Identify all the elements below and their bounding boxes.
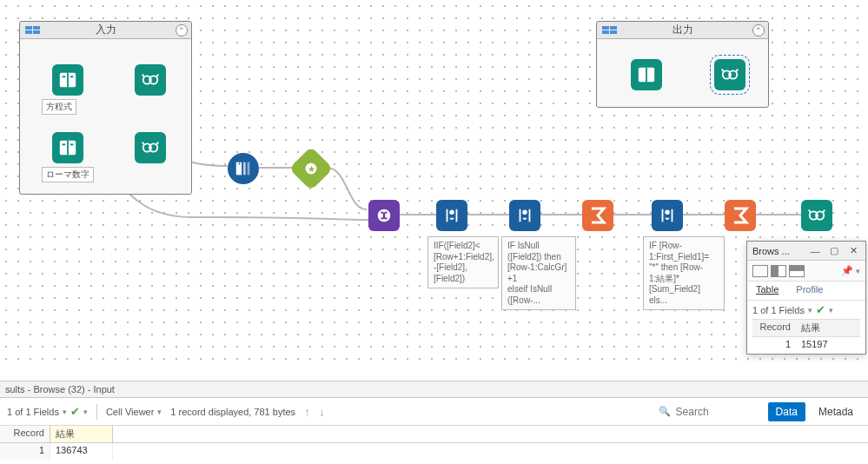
formula-annotation-2: IF IsNull ([Field2]) then [Row-1:CalcGr]… [501, 236, 576, 310]
dynamic-rename-tool[interactable]: ★ [289, 147, 334, 191]
text-input-tool-output[interactable] [631, 59, 662, 90]
multirow-formula-tool-2[interactable] [509, 200, 540, 231]
svg-rect-6 [63, 76, 66, 77]
chevron-down-icon: ▾ [83, 408, 88, 416]
container-collapse-btn[interactable]: ⌃ [176, 24, 188, 36]
browse-tool-output[interactable] [714, 59, 745, 90]
browse-tool-input-1[interactable] [135, 64, 166, 96]
metadata-tab-button[interactable]: Metada [811, 402, 861, 421]
fields-dropdown[interactable]: 1 of 1 Fields ▾ ✔ ▾ [7, 405, 88, 418]
col-record[interactable]: Record [0, 426, 50, 442]
svg-rect-29 [610, 26, 617, 30]
layout-icon-1[interactable] [752, 265, 768, 277]
check-icon: ✔ [816, 303, 825, 316]
chevron-down-icon: ▾ [157, 408, 162, 416]
svg-rect-11 [67, 141, 69, 156]
cell-viewer-label: Cell Viewer [106, 407, 154, 417]
svg-rect-12 [63, 143, 66, 145]
svg-rect-0 [25, 26, 32, 30]
container-titlebar[interactable]: 入力 ⌃ [20, 22, 191, 39]
svg-rect-7 [70, 76, 74, 77]
svg-rect-18 [248, 162, 250, 176]
layout-icon-row: 📌 ▾ [747, 261, 865, 282]
svg-rect-13 [70, 143, 74, 145]
summarize-tool-1[interactable] [582, 200, 613, 231]
browse-tool-main[interactable] [801, 200, 832, 231]
svg-point-23 [449, 210, 454, 215]
float-cell-value: 15197 [796, 337, 860, 351]
workflow-canvas[interactable]: 入力 ⌃ 方程式 ローマ数字 + ★ [0, 0, 868, 365]
results-row-1[interactable]: 1 136743 [0, 443, 868, 461]
svg-rect-31 [610, 30, 617, 34]
chevron-down-icon: ▾ [808, 306, 812, 315]
browse-window-titlebar[interactable]: Brows ... — ▢ ✕ [747, 242, 865, 261]
svg-rect-3 [33, 30, 40, 34]
cell-value: 136743 [50, 443, 113, 461]
results-toolbar: 1 of 1 Fields ▾ ✔ ▾ Cell Viewer ▾ 1 reco… [0, 398, 868, 426]
fields-dropdown-label: 1 of 1 Fields [7, 407, 59, 417]
formula-annotation-1: IIF([Field2]< [Row+1:Field2], -[Field2],… [427, 236, 499, 288]
down-arrow-btn[interactable]: ↓ [319, 405, 325, 419]
browse-floating-window[interactable]: Brows ... — ▢ ✕ 📌 ▾ Table Profile 1 of 1… [746, 241, 866, 355]
text-input-label-1: 方程式 [42, 99, 76, 115]
float-row-1[interactable]: 1 15197 [752, 337, 860, 351]
cell-viewer-dropdown[interactable]: Cell Viewer ▾ [106, 407, 162, 417]
col-value[interactable]: 結果 [50, 426, 113, 442]
summarize-tool-2[interactable] [725, 200, 756, 231]
results-header-text: sults - Browse (32) - Input [5, 384, 115, 394]
float-cell-record: 1 [752, 337, 796, 351]
container-titlebar-output[interactable]: 出力 ⌃ [597, 22, 768, 39]
append-fields-tool[interactable]: + [228, 153, 259, 184]
multirow-formula-tool-1[interactable] [436, 200, 467, 231]
up-arrow-btn[interactable]: ↑ [304, 405, 310, 419]
svg-rect-1 [33, 26, 40, 30]
float-col-record: Record [752, 320, 796, 336]
text-input-tool-2[interactable] [52, 132, 83, 163]
fields-dropdown-float[interactable]: 1 of 1 Fields ▾ ✔ ▾ [752, 303, 860, 316]
join-tool[interactable] [368, 200, 400, 231]
layout-icon-2[interactable] [771, 265, 786, 277]
multirow-formula-tool-3[interactable] [652, 200, 683, 231]
search-icon: 🔍 [659, 406, 671, 417]
chevron-down-icon: ▾ [829, 306, 833, 315]
browse-tool-input-2[interactable] [135, 132, 166, 163]
float-col-value: 結果 [796, 320, 860, 336]
container-output-title: 出力 [597, 23, 768, 37]
container-input-title: 入力 [20, 23, 191, 37]
svg-rect-2 [25, 30, 32, 34]
window-minimize-btn[interactable]: — [808, 246, 822, 256]
text-input-tool-1[interactable] [52, 64, 83, 96]
cell-record: 1 [0, 443, 50, 461]
svg-rect-17 [243, 162, 246, 176]
svg-point-25 [665, 210, 670, 215]
window-restore-btn[interactable]: ▢ [827, 245, 841, 256]
chevron-down-icon: ▾ [63, 408, 67, 416]
tab-table[interactable]: Table [751, 282, 784, 300]
text-input-label-2: ローマ数字 [42, 167, 94, 182]
chevron-down-icon[interactable]: ▾ [856, 267, 860, 275]
tab-profile[interactable]: Profile [791, 282, 828, 300]
window-close-btn[interactable]: ✕ [846, 245, 860, 256]
pin-icon[interactable]: 📌 [841, 265, 853, 276]
fields-dropdown-label: 1 of 1 Fields [752, 305, 805, 315]
svg-rect-28 [602, 26, 609, 30]
browse-window-title: Brows ... [752, 246, 803, 256]
results-grid-header: Record 結果 [0, 426, 868, 443]
svg-rect-30 [602, 30, 609, 34]
container-collapse-btn-output[interactable]: ⌃ [752, 24, 765, 36]
data-tab-button[interactable]: Data [768, 402, 805, 421]
svg-text:+: + [238, 160, 242, 168]
results-panel-header[interactable]: sults - Browse (32) - Input [0, 381, 868, 398]
search-input[interactable] [676, 406, 763, 418]
svg-text:★: ★ [308, 164, 315, 174]
record-status-text: 1 record displayed, 781 bytes [170, 407, 295, 417]
formula-annotation-3: IF [Row- 1:First_Field1]= "*" then [Row-… [643, 236, 725, 310]
svg-rect-5 [67, 73, 69, 88]
svg-point-24 [522, 210, 527, 215]
layout-icon-3[interactable] [789, 265, 805, 277]
check-icon: ✔ [70, 405, 80, 418]
svg-rect-33 [646, 68, 647, 83]
